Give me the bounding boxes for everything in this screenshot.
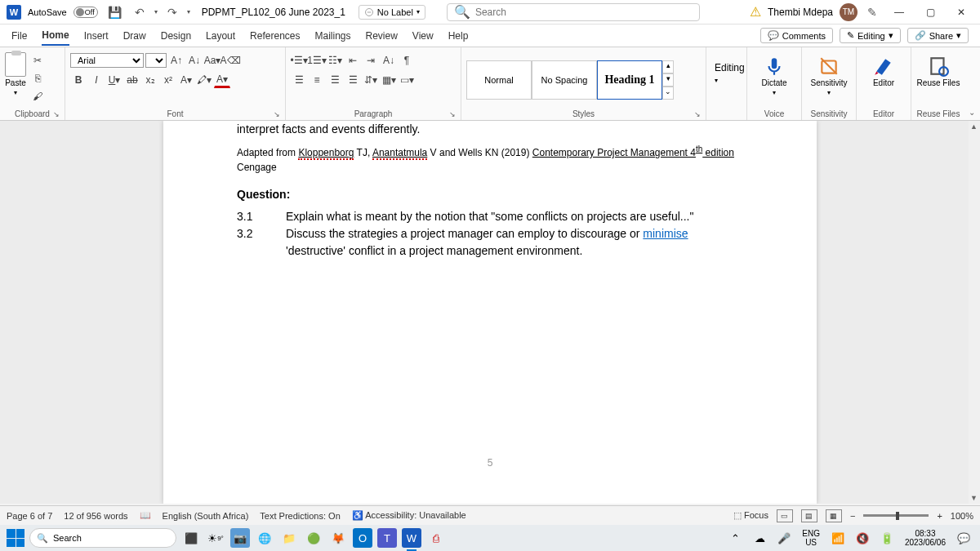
tab-draw[interactable]: Draw (123, 27, 146, 45)
font-color-icon[interactable]: A▾ (214, 72, 230, 88)
editor-button[interactable]: Editor (862, 52, 906, 87)
chrome-icon[interactable]: 🟢 (304, 528, 323, 548)
present-icon[interactable]: ✎ (864, 6, 880, 19)
copy-icon[interactable]: ⎘ (29, 70, 46, 87)
teams-icon[interactable]: T (377, 528, 397, 548)
search-input[interactable] (475, 7, 693, 18)
avatar[interactable]: TM (840, 3, 858, 21)
web-layout-icon[interactable]: ▦ (826, 509, 842, 522)
minimize-button[interactable]: — (887, 7, 911, 18)
clock-tray[interactable]: 08:332023/06/06 (902, 529, 949, 547)
align-right-icon[interactable]: ☰ (327, 72, 343, 88)
style-no-spacing[interactable]: No Spacing (532, 60, 597, 100)
styles-launcher[interactable]: ↘ (694, 110, 701, 118)
volume-icon[interactable]: 🔇 (853, 528, 872, 548)
tab-mailings[interactable]: Mailings (314, 27, 350, 45)
page[interactable]: interpret facts and events differently. … (163, 121, 817, 504)
notifications-icon[interactable]: 💬 (954, 528, 973, 548)
bullets-icon[interactable]: •☰▾ (291, 52, 307, 69)
share-button[interactable]: 🔗 Share ▾ (907, 28, 969, 43)
reuse-files-button[interactable]: Reuse Files (916, 52, 960, 87)
zoom-in-icon[interactable]: + (937, 511, 942, 521)
tab-help[interactable]: Help (448, 27, 469, 45)
read-mode-icon[interactable]: ▭ (777, 509, 793, 522)
align-left-icon[interactable]: ☰ (291, 72, 307, 88)
tab-review[interactable]: Review (366, 27, 398, 45)
editing-menu[interactable]: Editing▾ (711, 52, 748, 95)
cut-icon[interactable]: ✂ (29, 52, 46, 69)
word-task-icon[interactable]: W (402, 528, 421, 548)
mic-tray-icon[interactable]: 🎤 (774, 528, 794, 548)
font-size-select[interactable]: 12 (145, 53, 167, 68)
font-name-select[interactable]: Arial (70, 53, 144, 68)
language-tray[interactable]: ENGUS (799, 529, 823, 547)
task-view-icon[interactable]: ⬛ (181, 528, 201, 548)
change-case-icon[interactable]: Aa▾ (204, 52, 220, 69)
borders-icon[interactable]: ▭▾ (399, 72, 415, 88)
acrobat-icon[interactable]: ⎙ (426, 528, 446, 548)
taskbar-search[interactable]: 🔍 Search (29, 528, 176, 548)
language[interactable]: English (South Africa) (163, 511, 249, 521)
line-spacing-icon[interactable]: ⇵▾ (363, 72, 379, 88)
maximize-button[interactable]: ▢ (918, 7, 942, 18)
tab-references[interactable]: References (250, 27, 300, 45)
onedrive-icon[interactable]: ☁ (750, 528, 769, 548)
italic-button[interactable]: I (88, 72, 105, 88)
justify-icon[interactable]: ☰ (345, 72, 361, 88)
redo-icon[interactable]: ↷ (164, 6, 180, 19)
shrink-font-icon[interactable]: A↓ (186, 52, 203, 69)
shading-icon[interactable]: ▦▾ (381, 72, 397, 88)
battery-icon[interactable]: 🔋 (877, 528, 897, 548)
styles-scroll[interactable]: ▴▾⌄ (662, 60, 674, 100)
text-predictions[interactable]: Text Predictions: On (260, 511, 340, 521)
superscript-button[interactable]: x² (160, 72, 176, 88)
print-layout-icon[interactable]: ▤ (801, 509, 817, 522)
close-button[interactable]: ✕ (949, 7, 973, 18)
spellcheck-icon[interactable]: 📖 (140, 510, 151, 521)
tab-layout[interactable]: Layout (206, 27, 235, 45)
bold-button[interactable]: B (70, 72, 87, 88)
zoom-level[interactable]: 100% (951, 511, 973, 521)
dec-indent-icon[interactable]: ⇤ (345, 52, 361, 69)
paste-button[interactable]: Paste▾ (5, 52, 26, 96)
subscript-button[interactable]: x₂ (142, 72, 158, 88)
editing-mode-button[interactable]: ✎ Editing ▾ (840, 28, 901, 43)
sort-icon[interactable]: A↓ (381, 52, 397, 69)
style-normal[interactable]: Normal (466, 60, 532, 100)
tab-file[interactable]: File (11, 27, 27, 45)
accessibility[interactable]: ♿ Accessibility: Unavailable (352, 510, 466, 521)
firefox-icon[interactable]: 🦊 (328, 528, 348, 548)
strike-button[interactable]: ab (124, 72, 140, 88)
warning-icon[interactable]: ⚠ (750, 4, 761, 20)
camera-icon[interactable]: 📷 (230, 528, 250, 548)
dictate-button[interactable]: Dictate▾ (752, 52, 796, 96)
outlook-icon[interactable]: O (353, 528, 372, 548)
sensitivity-button[interactable]: Sensitivity▾ (807, 52, 851, 96)
paragraph-launcher[interactable]: ↘ (449, 110, 456, 118)
font-launcher[interactable]: ↘ (274, 110, 280, 118)
edge-icon[interactable]: 🌐 (255, 528, 274, 548)
vertical-scrollbar[interactable] (969, 121, 980, 504)
text-effects-icon[interactable]: A▾ (178, 72, 194, 88)
numbering-icon[interactable]: 1☰▾ (309, 52, 325, 69)
show-marks-icon[interactable]: ¶ (399, 52, 415, 69)
word-count[interactable]: 12 of 956 words (64, 511, 127, 521)
clipboard-launcher[interactable]: ↘ (53, 110, 60, 118)
zoom-out-icon[interactable]: − (850, 511, 855, 521)
search-box[interactable]: 🔍 (447, 3, 700, 21)
style-heading1[interactable]: Heading 1 (597, 60, 662, 100)
underline-button[interactable]: U▾ (106, 72, 122, 88)
grow-font-icon[interactable]: A↑ (168, 52, 185, 69)
tab-design[interactable]: Design (161, 27, 191, 45)
save-icon[interactable]: 💾 (105, 6, 125, 19)
explorer-icon[interactable]: 📁 (279, 528, 299, 548)
start-button[interactable] (7, 529, 24, 547)
align-center-icon[interactable]: ≡ (309, 72, 325, 88)
format-painter-icon[interactable]: 🖌 (29, 88, 46, 104)
chevron-up-icon[interactable]: ⌃ (725, 528, 745, 548)
zoom-slider[interactable] (863, 514, 929, 517)
highlight-icon[interactable]: 🖍▾ (196, 72, 212, 88)
comments-button[interactable]: 💬 Comments (760, 28, 833, 43)
wifi-icon[interactable]: 📶 (828, 528, 848, 548)
inc-indent-icon[interactable]: ⇥ (363, 52, 379, 69)
